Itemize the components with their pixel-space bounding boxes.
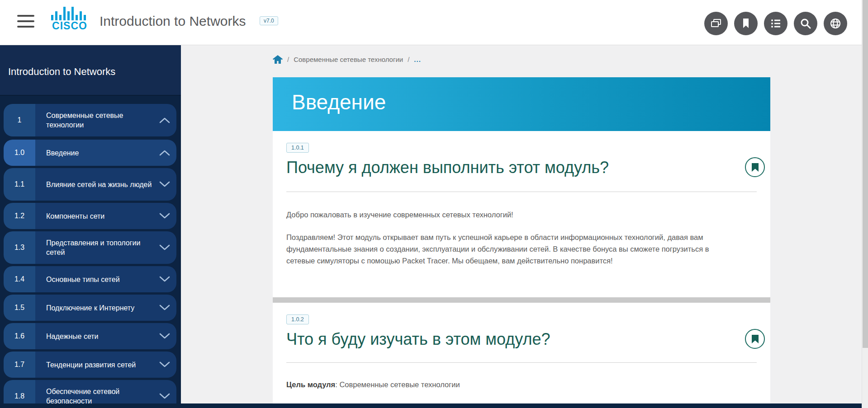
sidebar-item-1-0[interactable]: 1.0 Введение [4, 140, 176, 166]
section-heading: Почему я должен выполнить этот модуль? [286, 158, 609, 177]
bookmark-section-button[interactable] [745, 157, 765, 177]
version-badge: v7.0 [260, 16, 278, 25]
breadcrumb-separator: / [408, 56, 409, 63]
bookmark-icon [752, 335, 759, 343]
topic-number-badge: 1.0.2 [286, 314, 309, 324]
windows-button[interactable] [704, 12, 728, 35]
list-icon [769, 17, 783, 30]
module-number-badge: 1.2 [4, 203, 35, 229]
module-number-badge: 1.3 [4, 231, 35, 264]
search-button[interactable] [794, 12, 817, 35]
netacad-course-page: CISCO Introduction to Networks v7.0 [0, 0, 868, 408]
module-goal-line: Цель модуля: Современные сетевые техноло… [286, 380, 460, 389]
chevron-up-icon [159, 150, 170, 156]
sidebar-item-1-3[interactable]: 1.3 Представления и топологии сетей [4, 231, 176, 264]
chevron-down-icon [159, 213, 170, 219]
section-1-0-1: 1.0.1 Почему я должен выполнить этот мод… [273, 131, 770, 297]
bookmark-icon [752, 163, 759, 172]
bottom-bar [0, 403, 868, 408]
bookmarks-button[interactable] [734, 12, 758, 35]
breadcrumb-module[interactable]: Современные сетевые технологии [294, 56, 403, 63]
home-icon [273, 55, 283, 64]
module-number-badge: 1.4 [4, 266, 35, 292]
sidebar-item-1-1[interactable]: 1.1 Влияние сетей на жизнь людей [4, 168, 176, 201]
globe-icon [829, 17, 842, 30]
sidebar-item-module-1[interactable]: 1 Современные сетевые технологии [4, 104, 176, 136]
bookmark-section-button[interactable] [745, 329, 765, 349]
course-sidebar: Introduction to Networks 1 Современные с… [0, 45, 181, 403]
chevron-down-icon [159, 305, 170, 311]
module-banner-title: Введение [292, 90, 386, 114]
module-number-badge: 1.5 [4, 295, 35, 321]
windows-icon [709, 17, 723, 30]
chevron-down-icon [159, 276, 170, 282]
heading-divider [286, 192, 757, 192]
top-header: CISCO Introduction to Networks v7.0 [0, 0, 862, 45]
chevron-down-icon [159, 244, 170, 251]
heading-divider [286, 362, 757, 363]
module-goal-value: : Современные сетевые технологии [335, 380, 460, 389]
vertical-scrollbar[interactable] [862, 0, 868, 408]
breadcrumb-ellipsis[interactable]: ... [414, 56, 421, 63]
breadcrumb-home-link[interactable] [273, 55, 283, 64]
module-number-badge: 1.6 [4, 323, 35, 349]
breadcrumb-separator: / [287, 56, 289, 63]
header-action-buttons [704, 12, 847, 35]
chevron-down-icon [159, 181, 170, 188]
section-1-0-2: 1.0.2 Что я буду изучать в этом модуле? … [273, 303, 770, 403]
module-number-badge: 1.7 [4, 352, 35, 378]
module-number-badge: 1.0 [4, 140, 35, 166]
cisco-logo-bars [51, 6, 88, 20]
section-heading: Что я буду изучать в этом модуле? [286, 330, 550, 349]
bookmark-icon [739, 17, 753, 30]
cisco-wordmark: CISCO [47, 21, 92, 31]
sidebar-item-1-4[interactable]: 1.4 Основные типы сетей [4, 266, 176, 292]
module-number-badge: 1.1 [4, 168, 35, 201]
search-icon [799, 17, 812, 30]
section-paragraph: Добро пожаловать в изучение современных … [286, 209, 739, 220]
module-number-badge: 1 [4, 104, 35, 136]
breadcrumb: / Современные сетевые технологии / ... [273, 55, 421, 64]
module-goal-label: Цель модуля [286, 380, 335, 389]
scrollbar-thumb[interactable] [863, 0, 868, 348]
chevron-down-icon [159, 333, 170, 339]
chevron-down-icon [159, 361, 170, 368]
sidebar-item-1-7[interactable]: 1.7 Тенденции развития сетей [4, 352, 176, 378]
table-of-contents-button[interactable] [764, 12, 787, 35]
chevron-up-icon [159, 117, 170, 123]
course-title: Introduction to Networks [100, 14, 246, 29]
cisco-logo: CISCO [47, 6, 92, 31]
sidebar-item-1-5[interactable]: 1.5 Подключение к Интернету [4, 295, 176, 321]
topic-number-badge: 1.0.1 [286, 143, 309, 153]
sidebar-course-title: Introduction to Networks [8, 66, 115, 78]
sidebar-item-1-2[interactable]: 1.2 Компоненты сети [4, 203, 176, 229]
hamburger-menu-button[interactable] [17, 15, 34, 29]
chevron-down-icon [159, 393, 170, 399]
section-paragraph: Поздравляем! Этот модуль открывает вам п… [286, 231, 739, 267]
sidebar-title-panel: Introduction to Networks [0, 45, 181, 96]
sidebar-item-1-6[interactable]: 1.6 Надежные сети [4, 323, 176, 349]
language-button[interactable] [824, 12, 847, 35]
section-divider-band [273, 297, 770, 303]
module-banner: Введение [273, 77, 770, 131]
